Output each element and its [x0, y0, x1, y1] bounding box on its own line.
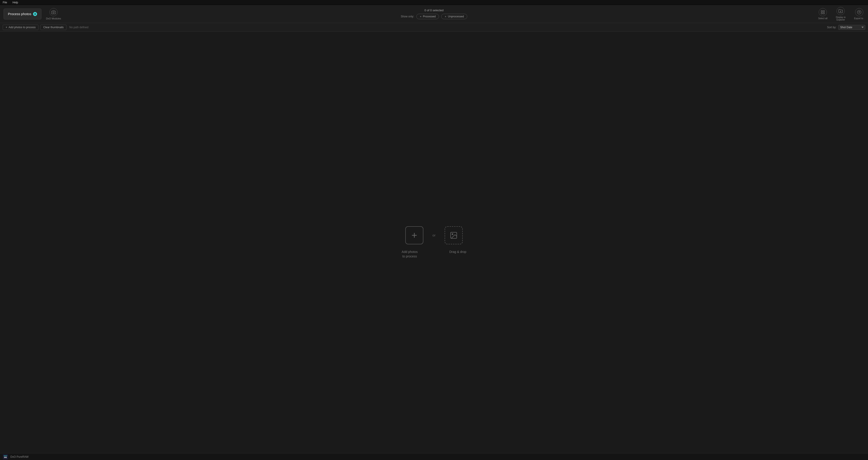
add-photo-icon: [410, 231, 418, 239]
toolbar-center: 0 of 0 selected Show only: ✕ Processed ✕…: [401, 8, 467, 19]
display-in-explorer-action[interactable]: Display in Explorer: [833, 7, 848, 21]
show-only-label: Show only:: [401, 15, 414, 18]
display-in-explorer-label: Display in Explorer: [833, 16, 848, 21]
clear-thumbnails-button[interactable]: Clear thumbnails: [40, 25, 66, 30]
processed-x-icon: ✕: [420, 15, 422, 18]
app-logo: DXO PR: [3, 454, 8, 460]
add-photos-label: Add photos to process: [8, 26, 35, 29]
add-photos-to-process-button[interactable]: + Add photos to process: [3, 25, 38, 30]
svg-point-0: [53, 11, 54, 13]
empty-state: or Add photos to process Drag & drop: [402, 226, 466, 259]
add-photos-empty-label: Add photos to process: [402, 250, 418, 259]
export-to-label: Export to .: [854, 17, 864, 20]
unprocessed-filter-button[interactable]: ✕ Unprocessed: [441, 14, 467, 19]
no-path-label: No path defined: [69, 26, 88, 29]
svg-rect-1: [821, 11, 823, 12]
svg-rect-2: [823, 11, 825, 12]
process-photos-label: Process photos: [8, 12, 31, 16]
drag-drop-icon-box: [445, 226, 463, 244]
logo-pr-text: PR: [4, 457, 7, 459]
drag-drop-empty-label: Drag & drop: [450, 250, 466, 254]
svg-point-11: [452, 233, 453, 235]
sort-select[interactable]: Shot Date File Name Rating: [838, 25, 865, 30]
status-bar: DXO PR DxO PureRAW: [0, 453, 868, 460]
show-only-row: Show only: ✕ Processed ✕ Unprocessed: [401, 14, 467, 19]
top-toolbar: Process photos + DxO Modules 0 of 0 sele…: [0, 5, 868, 23]
main-content: or Add photos to process Drag & drop: [0, 32, 868, 453]
unprocessed-label: Unprocessed: [448, 15, 464, 18]
select-all-label: Select all: [818, 17, 828, 20]
select-all-icon: [819, 8, 827, 16]
dxo-modules-label: DxO Modules: [46, 17, 61, 20]
add-photos-icon-box[interactable]: [405, 226, 423, 244]
add-photos-plus-icon: +: [6, 26, 7, 29]
export-to-icon: [855, 8, 863, 16]
toolbar-right: Select all Display in Explorer Expor: [818, 7, 864, 21]
select-all-action[interactable]: Select all: [818, 8, 828, 20]
sub-toolbar: + Add photos to process Clear thumbnails…: [0, 23, 868, 32]
processed-filter-button[interactable]: ✕ Processed: [416, 14, 439, 19]
empty-state-row: or: [405, 226, 463, 244]
menu-file[interactable]: File: [2, 1, 8, 4]
unprocessed-x-icon: ✕: [445, 15, 446, 18]
svg-rect-3: [821, 13, 823, 14]
processed-label: Processed: [423, 15, 436, 18]
selected-count: 0 of 0 selected: [425, 8, 444, 12]
process-photos-button[interactable]: Process photos +: [4, 8, 41, 20]
svg-rect-4: [823, 13, 825, 14]
menu-help[interactable]: Help: [11, 1, 19, 4]
empty-labels-row: Add photos to process Drag & drop: [402, 250, 466, 259]
plus-icon: +: [33, 12, 37, 16]
display-in-explorer-icon: [837, 7, 845, 15]
sort-by-row: Sort by: Shot Date File Name Rating: [827, 25, 865, 30]
or-label: or: [432, 233, 435, 237]
drag-drop-image-icon: [450, 231, 458, 239]
app-name-label: DxO PureRAW: [10, 455, 29, 458]
export-to-action[interactable]: Export to .: [854, 8, 864, 20]
sort-by-label: Sort by:: [827, 26, 836, 29]
clear-thumbnails-label: Clear thumbnails: [43, 26, 64, 29]
camera-icon: [50, 8, 58, 16]
dxo-modules-button[interactable]: DxO Modules: [46, 8, 61, 20]
menu-bar: File Help: [0, 0, 868, 5]
